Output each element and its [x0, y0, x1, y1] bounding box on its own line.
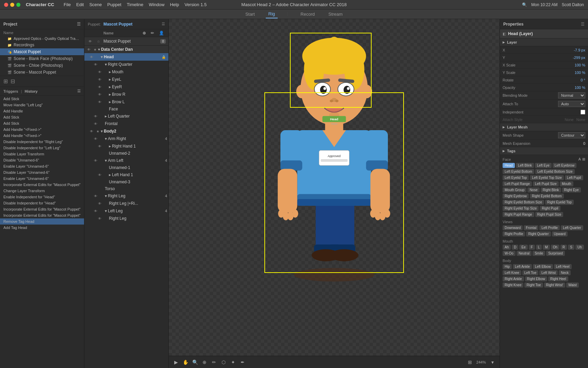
tag-left-eye[interactable]: Left Eye — [535, 163, 552, 168]
history-item-10[interactable]: Disable "Unnamed-6" — [0, 157, 84, 163]
tag-frontal[interactable]: Frontal — [524, 225, 538, 230]
tag-left-pupil[interactable]: Left Pupil — [565, 175, 583, 180]
minimize-button[interactable] — [10, 3, 14, 7]
tree-right-quarter[interactable]: 👁 ▶ Right Quarter — [84, 61, 168, 68]
layer-mesh-section-header[interactable]: ▶ Layer Mesh — [500, 123, 588, 131]
tree-left-leg[interactable]: 👁 ▶ Left Leg 4 — [84, 207, 168, 215]
tree-left-quarter[interactable]: 👁 ▶ Left Quarter — [84, 112, 168, 120]
menu-scene[interactable]: Scene — [89, 2, 102, 7]
tool-mesh[interactable]: ✏ — [210, 358, 218, 366]
tag-left-eyelid-bottom-size[interactable]: Left Eyelid Bottom Size — [535, 169, 574, 174]
history-item-8[interactable]: Disable Independent for "Left Leg" — [0, 145, 84, 151]
project-item-scene-chloe[interactable]: 🎬 Scene - Chloe (Photoshop) — [0, 62, 84, 69]
tag-left-ankle[interactable]: Left Ankle — [513, 264, 532, 269]
tag-right-pupil-size[interactable]: Right Pupil Size — [535, 212, 564, 217]
history-item-remove-tag-head[interactable]: Remove Tag Head — [0, 218, 84, 225]
tag-left-elbow[interactable]: Left Elbow — [533, 264, 553, 269]
add-item-icon[interactable]: ⊞ — [3, 78, 8, 85]
tool-handle[interactable]: ✦ — [229, 358, 237, 366]
puppet-root-row[interactable]: 👁 ☆ Mascot Puppet 8 — [84, 37, 168, 46]
tag-right-pupil[interactable]: Right Pupil — [540, 206, 560, 211]
tag-right-eyelid-top-size[interactable]: Right Eyelid Top Size — [503, 206, 539, 211]
tag-add-icon[interactable]: A — [578, 157, 581, 162]
menu-window[interactable]: Window — [149, 2, 164, 7]
project-menu-icon[interactable]: ☰ — [77, 22, 81, 27]
maximize-button[interactable] — [16, 3, 20, 7]
tag-right-blink[interactable]: Right Blink — [541, 187, 561, 193]
history-item-12[interactable]: Disable Layer "Unnamed-6" — [0, 169, 84, 175]
tree-body2[interactable]: 👁 ★ ▶ Body2 — [84, 127, 168, 135]
tree-face[interactable]: Face — [84, 106, 168, 112]
tool-pin[interactable]: ⊕ — [201, 358, 208, 366]
zoom-dropdown[interactable]: ▾ — [489, 358, 496, 366]
tree-left-hand-1[interactable]: 👁 ▶ Left Hand 1 — [84, 171, 168, 179]
tree-eyel[interactable]: 👁 ▶ EyeL — [84, 76, 168, 83]
tree-right-leg-2[interactable]: 👁 Right Leg — [84, 215, 168, 222]
properties-menu-icon[interactable]: ☰ — [581, 22, 585, 27]
tag-right-knee[interactable]: Right Knee — [503, 282, 523, 288]
tree-brow-r[interactable]: 👁 ▶ Brow R — [84, 91, 168, 98]
history-item-2[interactable]: Add Handle — [0, 108, 84, 114]
history-item-4[interactable]: Add Stick — [0, 120, 84, 126]
tag-left-blink[interactable]: Left Blink — [516, 163, 534, 168]
tag-left-eyelid-top-size[interactable]: Left Eyelid Top Size — [530, 175, 564, 180]
tag-hip[interactable]: Hip — [503, 264, 512, 269]
tags-section-header[interactable]: ▶ Tags — [500, 147, 588, 155]
tree-unnamed-3[interactable]: Unnamed-3 — [84, 179, 168, 185]
tag-left-eyelid-top[interactable]: Left Eyelid Top — [503, 175, 529, 180]
history-item-14[interactable]: Incorporate External Edits for "Mascot P… — [0, 182, 84, 188]
tag-surprised[interactable]: Surprised — [546, 251, 565, 256]
tag-waist[interactable]: Waist — [566, 282, 579, 288]
tag-mouth-group[interactable]: Mouth Group — [503, 187, 526, 193]
tab-start[interactable]: Start — [243, 10, 257, 18]
history-menu-icon[interactable]: ☰ — [77, 89, 81, 93]
blending-mode-select[interactable]: Normal Multiply Screen — [558, 92, 585, 98]
view-fit[interactable]: ⊞ — [466, 358, 474, 366]
tool-select[interactable]: ▶ — [172, 358, 180, 366]
tree-torso[interactable]: Torso — [84, 185, 168, 192]
menu-puppet[interactable]: Puppet — [107, 2, 121, 7]
history-item-15[interactable]: Change Layer Transform — [0, 188, 84, 194]
project-item-recordings[interactable]: 📁 Recordings — [0, 42, 84, 48]
tree-frontal[interactable]: 👁 Frontal — [84, 120, 168, 127]
search-icon[interactable]: 🔍 — [522, 2, 527, 7]
tag-downward[interactable]: Downward — [503, 225, 523, 230]
tool-zoom[interactable]: 🔍 — [191, 358, 199, 366]
tag-right-eyelid-bottom[interactable]: Right Eyelid Bottom — [530, 194, 564, 199]
tab-rig[interactable]: Rig — [266, 10, 278, 18]
tag-mouth[interactable]: Mouth — [560, 181, 573, 186]
tree-right-leg-ri[interactable]: 👁 Right Leg |+Ri... — [84, 200, 168, 207]
tag-w-oo[interactable]: W-Oo — [503, 251, 516, 256]
tag-r[interactable]: R — [560, 245, 567, 250]
tag-left-eyebrow[interactable]: Left Eyebrow — [553, 163, 576, 168]
tree-unnamed-2[interactable]: Unnamed-2 — [84, 150, 168, 157]
tag-right-eye[interactable]: Right Eye — [562, 187, 581, 193]
tag-nose[interactable]: Nose — [527, 187, 539, 193]
tag-l[interactable]: L — [536, 245, 542, 250]
tag-right-profile[interactable]: Right Profile — [503, 231, 525, 236]
star-mascot-puppet[interactable]: ☆ — [95, 38, 101, 44]
menu-help[interactable]: Help — [170, 2, 179, 7]
tag-s[interactable]: S — [568, 245, 574, 250]
tree-right-leg[interactable]: 👁 ▶ Right Leg 4 — [84, 192, 168, 200]
tag-left-heel[interactable]: Left Heel — [554, 264, 572, 269]
tree-unnamed-1[interactable]: Unnamed-1 — [84, 164, 168, 171]
history-item-9[interactable]: Disable Layer Transform — [0, 151, 84, 157]
history-item-3[interactable]: Add Stick — [0, 114, 84, 120]
independent-checkbox[interactable] — [581, 110, 585, 114]
tag-left-knee[interactable]: Left Knee — [503, 270, 521, 275]
tag-right-quarter-view[interactable]: Right Quarter — [526, 231, 551, 236]
grid-view-icon[interactable]: ⊟ — [11, 78, 15, 85]
history-item-17[interactable]: Disable Independent for "Head" — [0, 200, 84, 206]
mesh-shape-select[interactable]: Contour Bounds — [558, 132, 585, 138]
tool-hand[interactable]: ✋ — [182, 358, 189, 366]
tag-left-eyelid-bottom[interactable]: Left Eyelid Bottom — [503, 169, 534, 174]
tree-head[interactable]: 👁 ▶ Head 🔒 — [84, 53, 168, 61]
tag-edit-icon[interactable]: ⊞ — [582, 157, 585, 162]
menu-timeline[interactable]: Timeline — [127, 2, 144, 7]
tool-stick[interactable]: ✒ — [239, 358, 246, 366]
project-item-scene-mascot[interactable]: 🎬 Scene - Mascot Puppet — [0, 69, 84, 76]
history-item-18[interactable]: Incorporate External Edits for "Mascot P… — [0, 206, 84, 212]
tag-m[interactable]: M — [543, 245, 550, 250]
tag-right-pupil-range[interactable]: Right Pupil Range — [503, 212, 534, 217]
